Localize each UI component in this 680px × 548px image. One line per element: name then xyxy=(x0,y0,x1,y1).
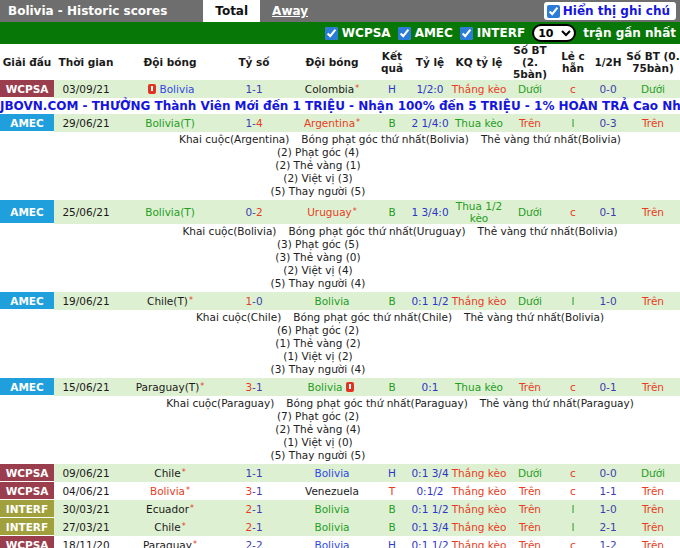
result-letter: B xyxy=(378,378,406,396)
match-row: AMEC19/06/21Chile(T)*1-0BoliviaB0:1 1/2T… xyxy=(0,292,680,310)
match-date: 09/06/21 xyxy=(54,464,118,482)
filter-bar: WCPSA AMEC INTERF 10 trận gần nhất xyxy=(0,22,680,44)
home-team-name: Paraguay(T) xyxy=(136,381,200,393)
interf-checkbox[interactable] xyxy=(460,27,473,40)
match-score: 1-1 xyxy=(222,80,286,98)
home-team: Chile* xyxy=(118,464,222,482)
match-score: 1-4 xyxy=(222,114,286,132)
notes-stat-line: (2) Phạt góc (4) xyxy=(0,146,658,159)
notes-header-item: Bóng phạt góc thứ nhất(Bolivia) xyxy=(301,133,469,146)
match-notes: Khai cuộc(Bolivia)Bóng phạt góc thứ nhất… xyxy=(0,224,680,292)
notes-header-item: Khai cuộc(Argentina) xyxy=(179,133,289,146)
odd-even: c xyxy=(556,464,590,482)
match-table-body: WCPSA03/09/21Bolivia1-1Colombia*H1/2:0Th… xyxy=(0,80,680,548)
notes-stat-line: (3) Thay người (4) xyxy=(0,363,658,376)
match-row: AMEC15/06/21Paraguay(T)*3-1BoliviaB0:1Th… xyxy=(0,378,680,396)
red-card-icon xyxy=(346,382,354,392)
amec-label: AMEC xyxy=(415,26,453,40)
odd-even: l xyxy=(556,114,590,132)
notes-stat-line: (2) Thẻ vàng (4) xyxy=(0,423,658,436)
show-notes-toggle[interactable]: Hiển thị ghi chú xyxy=(544,2,676,20)
table-header-row: Giải đấuThời gianĐội bóngTỷ sốĐội bóngKế… xyxy=(0,44,680,80)
home-team: Chile(T)* xyxy=(118,292,222,310)
amec-checkbox[interactable] xyxy=(398,27,411,40)
match-score: 1-0 xyxy=(222,292,286,310)
away-goals: 1 xyxy=(256,521,263,533)
handicap-result: Thắng kèo xyxy=(454,500,504,518)
home-team-name: Chile xyxy=(154,467,180,479)
column-header-3: Tỷ số xyxy=(222,44,286,80)
match-score: 3-1 xyxy=(222,378,286,396)
away-goals: 1 xyxy=(256,485,263,497)
match-row: INTERF30/03/21Ecuador*2-1BoliviaB0:1 1/2… xyxy=(0,500,680,518)
notes-stat-line: (2) Thẻ vàng (1) xyxy=(0,159,658,172)
half-time-score: 0-0 xyxy=(590,80,626,98)
match-date: 03/09/21 xyxy=(54,80,118,98)
match-score: 2-1 xyxy=(222,518,286,536)
result-letter: H xyxy=(378,536,406,548)
home-team: Bolivia(T) xyxy=(118,114,222,132)
match-score: 1-1 xyxy=(222,464,286,482)
home-team-name: Bolivia(T) xyxy=(145,206,195,218)
away-team-name: Venezuela xyxy=(305,485,359,497)
red-card-icon xyxy=(148,84,156,94)
league-badge: INTERF xyxy=(0,518,54,536)
home-team-name: Bolivia(T) xyxy=(145,117,195,129)
notes-stat-line: (1) Thẻ vàng (2) xyxy=(0,337,658,350)
home-goals: 2 xyxy=(245,539,252,548)
show-notes-label: Hiển thị ghi chú xyxy=(563,4,670,18)
match-date: 19/06/21 xyxy=(54,292,118,310)
match-notes: Khai cuộc(Chile)Bóng phạt góc thứ nhất(C… xyxy=(0,310,680,378)
odd-even: l xyxy=(556,518,590,536)
home-goals: 1 xyxy=(245,117,252,129)
match-row: AMEC25/06/21Bolivia(T)0-2Uruguay*B1 3/4:… xyxy=(0,200,680,224)
goals-ou-075: Trên xyxy=(626,536,680,548)
column-header-7: KQ tỷ lệ xyxy=(454,44,504,80)
away-goals: 2 xyxy=(256,539,263,548)
column-header-1: Thời gian xyxy=(54,44,118,80)
ad-banner[interactable]: JBOVN.COM - THƯỞNG Thành Viên Mới đến 1 … xyxy=(0,98,680,114)
goals-ou-25: Dưới xyxy=(504,464,556,482)
notes-stat-line: (2) Việt vị (3) xyxy=(0,172,658,185)
tab-total[interactable]: Total xyxy=(203,0,260,22)
away-team-name: Bolivia xyxy=(307,381,342,393)
filter-interf[interactable]: INTERF xyxy=(460,26,525,40)
filter-wcpsa[interactable]: WCPSA xyxy=(325,26,391,40)
result-letter: T xyxy=(378,482,406,500)
league-badge: AMEC xyxy=(0,292,54,310)
handicap-odds: 2 1/4:0 xyxy=(406,114,454,132)
goals-ou-075: Dưới xyxy=(626,80,680,98)
away-team: Bolivia xyxy=(286,292,378,310)
away-team: Venezuela xyxy=(286,482,378,500)
column-header-0: Giải đấu xyxy=(0,44,54,80)
recent-count-select[interactable]: 10 xyxy=(532,24,576,42)
home-goals: 3 xyxy=(245,381,252,393)
match-date: 18/11/20 xyxy=(54,536,118,548)
notes-header-item: Khai cuộc(Chile) xyxy=(196,311,281,324)
goals-ou-25: Trên xyxy=(504,500,556,518)
result-letter: B xyxy=(378,200,406,224)
tab-away[interactable]: Away xyxy=(260,0,320,22)
notes-stat-line: (1) Việt vị (0) xyxy=(0,436,658,449)
handicap-result: Thắng kèo xyxy=(454,518,504,536)
show-notes-checkbox[interactable] xyxy=(547,5,560,18)
goals-ou-25: Trên xyxy=(504,378,556,396)
away-team: Bolivia xyxy=(286,518,378,536)
odd-even: c xyxy=(556,378,590,396)
home-goals: 1 xyxy=(245,467,252,479)
notes-stat-line: (5) Thay người (5) xyxy=(0,449,658,462)
match-notes: Khai cuộc(Paraguay)Bóng phạt góc thứ nhấ… xyxy=(0,396,680,464)
match-score: 2-1 xyxy=(222,500,286,518)
half-time-score: 1-2 xyxy=(590,536,626,548)
handicap-odds: 0:1 1/2 xyxy=(406,500,454,518)
wcpsa-checkbox[interactable] xyxy=(325,27,338,40)
home-team: Chile* xyxy=(118,518,222,536)
filter-amec[interactable]: AMEC xyxy=(398,26,453,40)
column-header-2: Đội bóng xyxy=(118,44,222,80)
goals-ou-075: Trên xyxy=(626,518,680,536)
away-team-name: Bolivia xyxy=(314,467,349,479)
goals-ou-25: Trên xyxy=(504,482,556,500)
result-letter: H xyxy=(378,464,406,482)
home-goals: 1 xyxy=(245,83,252,95)
notes-stat-line: (3) Phạt góc (5) xyxy=(0,238,658,251)
